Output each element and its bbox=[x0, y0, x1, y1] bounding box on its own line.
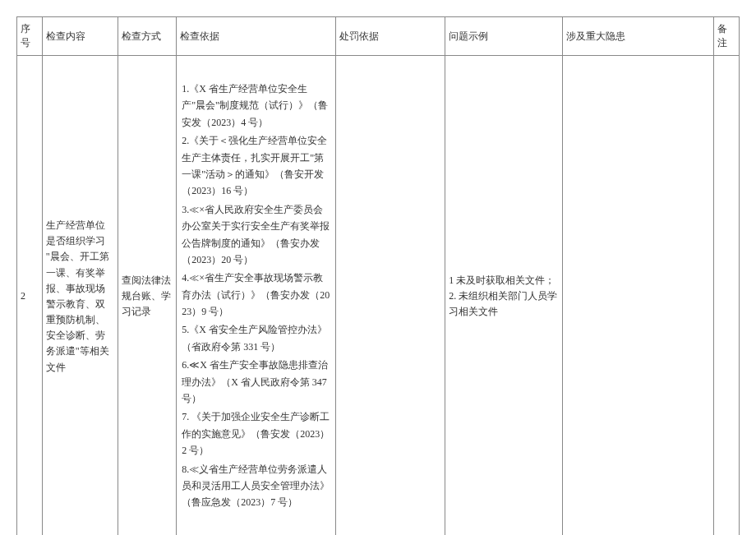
cell-basis: 1.《X 省生产经营单位安全生产"晨会"制度规范（试行）》（鲁安发（2023）4… bbox=[177, 56, 336, 536]
cell-hazard bbox=[563, 56, 714, 536]
cell-content: 生产经营单位是否组织学习"晨会、开工第一课、有奖举报、事故现场警示教育、双重预防… bbox=[42, 56, 118, 536]
header-basis: 检查依据 bbox=[177, 17, 336, 56]
header-remark: 备注 bbox=[714, 17, 740, 56]
basis-item: 7. 《关于加强企业安全生产诊断工作的实施意见》（鲁安发（2023）2 号） bbox=[182, 408, 330, 459]
header-penalty: 处罚依据 bbox=[336, 17, 445, 56]
basis-item: 2.《关于＜强化生产经营单位安全生产主体责任，扎实开展开工"第一课"活动＞的通知… bbox=[182, 132, 330, 200]
cell-method: 查阅法律法规台账、学习记录 bbox=[118, 56, 177, 536]
cell-seq: 2 bbox=[17, 56, 43, 536]
header-content: 检查内容 bbox=[42, 17, 118, 56]
basis-item: 8.≪义省生产经营单位劳务派遣人员和灵活用工人员安全管理办法》（鲁应急发（202… bbox=[182, 461, 330, 511]
basis-item: 1.《X 省生产经营单位安全生产"晨会"制度规范（试行）》（鲁安发（2023）4… bbox=[182, 81, 330, 131]
basis-item: 3.≪×省人民政府安全生产委员会办公室关于实行安全生产有奖举报公告牌制度的通知》… bbox=[182, 201, 330, 269]
cell-remark bbox=[714, 56, 740, 536]
header-hazard: 涉及重大隐患 bbox=[563, 17, 714, 56]
header-seq: 序号 bbox=[17, 17, 43, 56]
header-row: 序号 检查内容 检查方式 检查依据 处罚依据 问题示例 涉及重大隐患 备注 bbox=[17, 17, 740, 56]
basis-item: 4.≪×省生产安全事故现场警示教育办法（试行）》（鲁安办发（2023）9 号） bbox=[182, 270, 330, 320]
table-row: 2 生产经营单位是否组织学习"晨会、开工第一课、有奖举报、事故现场警示教育、双重… bbox=[17, 56, 740, 536]
header-method: 检查方式 bbox=[118, 17, 177, 56]
cell-penalty bbox=[336, 56, 445, 536]
cell-example: 1 未及时获取相关文件；2. 未组织相关部门人员学习相关文件 bbox=[445, 56, 563, 536]
inspection-table: 序号 检查内容 检查方式 检查依据 处罚依据 问题示例 涉及重大隐患 备注 2 … bbox=[16, 16, 740, 535]
basis-item: 6.≪X 省生产安全事故隐患排查治理办法》（X 省人民政府令第 347 号） bbox=[182, 357, 330, 407]
basis-item: 5.《X 省安全生产风险管控办法》（省政府令第 331 号） bbox=[182, 321, 330, 355]
header-example: 问题示例 bbox=[445, 17, 563, 56]
